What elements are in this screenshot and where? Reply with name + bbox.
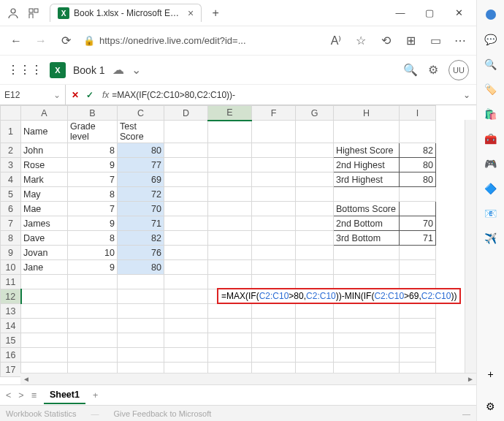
cell[interactable]: 70 xyxy=(118,202,164,216)
cell[interactable]: 7 xyxy=(68,172,118,187)
cell[interactable]: 82 xyxy=(400,143,436,158)
sheet-prev-icon[interactable]: < xyxy=(6,390,11,401)
scroll-right-icon[interactable]: ► xyxy=(465,374,476,384)
cell[interactable]: 8 xyxy=(68,143,118,158)
cell[interactable]: Dave xyxy=(21,231,68,246)
editing-cell-formula[interactable]: =MAX(IF(C2:C10>80,C2:C10))-MIN(IF(C2:C10… xyxy=(217,288,461,304)
scroll-left-icon[interactable]: ◄ xyxy=(20,374,32,384)
cell[interactable]: Grade level xyxy=(68,121,118,143)
cell[interactable]: Rose xyxy=(21,158,68,172)
cell[interactable]: 9 xyxy=(68,158,118,172)
outlook-icon[interactable]: 📧 xyxy=(484,206,498,221)
sheet-area[interactable]: A B C D E F G H I 1 Name Grade level Tes… xyxy=(0,105,476,384)
forward-button[interactable]: → xyxy=(31,31,51,51)
col-header[interactable]: D xyxy=(164,106,208,121)
select-all-corner[interactable] xyxy=(1,106,21,121)
refresh-button[interactable]: ⟳ xyxy=(56,31,76,51)
formula-text[interactable]: =MAX(IF(C2:C10>80,C2:C10))- xyxy=(112,90,457,100)
read-aloud-icon[interactable]: A⁾ xyxy=(326,31,346,51)
row-header[interactable]: 3 xyxy=(1,158,21,172)
sheet-next-icon[interactable]: > xyxy=(18,390,23,401)
cell[interactable]: Mae xyxy=(21,202,68,216)
cell[interactable]: 7 xyxy=(68,202,118,216)
row-header[interactable]: 2 xyxy=(1,143,21,158)
tag-icon[interactable]: 🏷️ xyxy=(484,82,498,96)
cell[interactable]: 69 xyxy=(118,172,164,187)
row-header[interactable]: 9 xyxy=(1,246,21,260)
row-header[interactable]: 1 xyxy=(1,121,21,143)
vertical-scrollbar[interactable] xyxy=(465,120,476,373)
cell[interactable]: 80 xyxy=(400,158,436,172)
row-header[interactable]: 5 xyxy=(1,187,21,202)
cell[interactable]: 80 xyxy=(118,260,164,275)
workspaces-icon[interactable] xyxy=(23,3,44,23)
col-header[interactable]: E xyxy=(208,106,252,121)
cell[interactable]: Jane xyxy=(21,260,68,275)
cell[interactable]: 3rd Highest xyxy=(334,172,400,187)
row-header[interactable]: 4 xyxy=(1,172,21,187)
shopping-icon[interactable]: 🛍️ xyxy=(484,107,498,121)
cell[interactable]: James xyxy=(21,216,68,231)
cell[interactable]: 70 xyxy=(400,216,436,231)
tools-icon[interactable]: 🧰 xyxy=(484,132,498,146)
col-header[interactable]: B xyxy=(68,106,118,121)
search-icon[interactable]: 🔍 xyxy=(403,63,418,77)
panel-settings-icon[interactable]: ⚙ xyxy=(484,399,498,414)
sheet-tab[interactable]: Sheet1 xyxy=(44,387,85,404)
settings-icon[interactable]: ⚙ xyxy=(428,63,438,77)
zoom-out-icon[interactable]: — xyxy=(462,409,470,418)
chat-icon[interactable]: 💬 xyxy=(484,32,498,47)
cell[interactable]: Highest Score xyxy=(334,143,400,158)
app-launcher-icon[interactable]: ⋮⋮⋮ xyxy=(7,63,42,77)
row-header[interactable]: 6 xyxy=(1,202,21,216)
cell[interactable]: 71 xyxy=(400,231,436,246)
cell[interactable]: 77 xyxy=(118,158,164,172)
maximize-button[interactable]: ▢ xyxy=(415,0,444,26)
cell[interactable]: Test Score xyxy=(118,121,164,143)
cell[interactable]: Bottoms Score xyxy=(334,202,400,216)
col-header[interactable]: G xyxy=(296,106,334,121)
cell[interactable]: 80 xyxy=(118,143,164,158)
panel-more-icon[interactable]: + xyxy=(484,367,498,382)
cell[interactable]: 3rd Bottom xyxy=(334,231,400,246)
confirm-formula-icon[interactable]: ✓ xyxy=(86,90,93,100)
extensions-icon[interactable]: ⊞ xyxy=(400,31,421,51)
row-header[interactable]: 12 xyxy=(1,289,21,304)
url-field[interactable]: 🔒 https://onedrive.live.com/edit?id=... xyxy=(80,35,321,46)
cell[interactable]: John xyxy=(21,143,68,158)
row-header[interactable]: 15 xyxy=(1,333,21,348)
row-header[interactable]: 17 xyxy=(1,363,21,377)
row-header[interactable]: 10 xyxy=(1,260,21,275)
copilot-icon[interactable] xyxy=(484,7,498,22)
row-header[interactable]: 7 xyxy=(1,216,21,231)
col-header[interactable]: F xyxy=(252,106,296,121)
cell[interactable]: 2nd Highest xyxy=(334,158,400,172)
close-tab-icon[interactable]: × xyxy=(188,7,194,19)
cell[interactable]: 82 xyxy=(118,231,164,246)
add-sheet-icon[interactable]: + xyxy=(93,390,98,401)
cell[interactable]: Name xyxy=(21,121,68,143)
cell[interactable]: 71 xyxy=(118,216,164,231)
cell[interactable]: 76 xyxy=(118,246,164,260)
cell[interactable]: Jovan xyxy=(21,246,68,260)
profile-icon[interactable] xyxy=(3,3,23,23)
search-panel-icon[interactable]: 🔍 xyxy=(484,57,498,72)
user-avatar[interactable]: UU xyxy=(448,60,469,80)
apps-icon[interactable]: 🔷 xyxy=(484,181,498,196)
close-window-button[interactable]: ✕ xyxy=(444,0,473,26)
collections-icon[interactable]: ▭ xyxy=(425,31,446,51)
name-box[interactable]: E12 ⌄ xyxy=(0,85,66,105)
col-header[interactable]: C xyxy=(118,106,164,121)
minimize-button[interactable]: — xyxy=(386,0,415,26)
row-header[interactable]: 13 xyxy=(1,304,21,319)
cancel-formula-icon[interactable]: ✕ xyxy=(72,90,79,100)
cell[interactable]: 10 xyxy=(68,246,118,260)
col-header[interactable]: H xyxy=(334,106,400,121)
send-icon[interactable]: ✈️ xyxy=(484,231,498,246)
browser-tab[interactable]: X Book 1.xlsx - Microsoft Excel Onl × xyxy=(50,4,202,22)
favorite-icon[interactable]: ☆ xyxy=(351,31,371,51)
cell[interactable]: 80 xyxy=(400,172,436,187)
row-header[interactable]: 11 xyxy=(1,275,21,289)
sheet-list-icon[interactable]: ≡ xyxy=(31,390,37,401)
cell[interactable]: 72 xyxy=(118,187,164,202)
